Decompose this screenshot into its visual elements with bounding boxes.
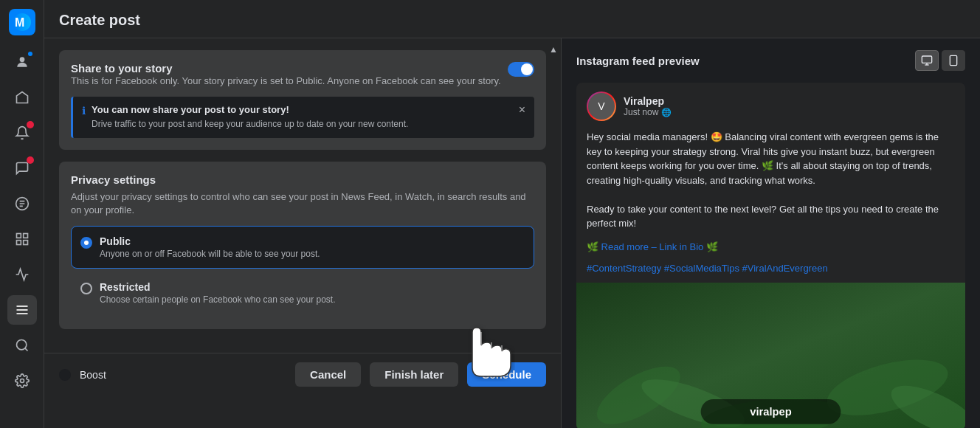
- info-banner-title: You can now share your post to your stor…: [92, 104, 513, 115]
- info-content: You can now share your post to your stor…: [92, 104, 513, 131]
- radio-restricted-label: Restricted: [100, 281, 336, 293]
- main-content: Create post ▲ Share to your story This i…: [44, 0, 980, 428]
- svg-rect-5: [23, 234, 27, 238]
- avatar: V: [587, 92, 616, 121]
- finish-later-button[interactable]: Finish later: [370, 362, 458, 387]
- svg-text:M: M: [15, 16, 24, 29]
- share-story-title-group: Share to your story This is for Facebook…: [71, 62, 501, 88]
- radio-public-content: Public Anyone on or off Facebook will be…: [100, 235, 320, 259]
- privacy-option-public[interactable]: Public Anyone on or off Facebook will be…: [71, 226, 534, 269]
- post-meta: Just now 🌐: [624, 107, 955, 117]
- caption-text-1: Hey social media managers! 🤩 Balancing v…: [587, 131, 939, 186]
- meta-logo[interactable]: M: [9, 9, 35, 35]
- privacy-option-restricted[interactable]: Restricted Choose certain people on Face…: [71, 272, 534, 314]
- sidebar-item-messages[interactable]: [7, 189, 37, 218]
- sidebar-item-content[interactable]: [7, 224, 37, 254]
- svg-point-13: [20, 379, 24, 383]
- info-icon: ℹ: [82, 105, 86, 117]
- hashtags: #ContentStrategy #SocialMediaTips #Viral…: [576, 263, 965, 283]
- post-user-info: Viralpep Just now 🌐: [624, 95, 955, 117]
- sidebar-item-home[interactable]: [7, 83, 37, 112]
- preview-header: Instagram feed preview: [576, 50, 965, 71]
- share-story-title: Share to your story: [71, 62, 501, 75]
- sidebar-item-menu[interactable]: [7, 295, 37, 325]
- share-to-story-section: Share to your story This is for Facebook…: [59, 50, 546, 150]
- post-username: Viralpep: [624, 95, 955, 107]
- radio-public-desc: Anyone on or off Facebook will be able t…: [100, 249, 320, 259]
- globe-icon: 🌐: [661, 108, 672, 117]
- caption-text-2: Ready to take your content to the next l…: [587, 204, 939, 229]
- radio-restricted-dot: [80, 283, 92, 294]
- content-split: ▲ Share to your story This is for Facebo…: [44, 38, 980, 428]
- sidebar-item-profile[interactable]: [7, 47, 37, 77]
- sidebar: M: [0, 0, 44, 428]
- svg-rect-17: [950, 55, 956, 65]
- scroll-up-arrow: ▲: [549, 44, 558, 55]
- privacy-settings-title: Privacy settings: [71, 173, 534, 186]
- sidebar-item-notifications[interactable]: [7, 118, 37, 148]
- svg-line-12: [24, 348, 27, 351]
- read-more-link[interactable]: 🌿 Read more – Link in Bio 🌿: [587, 241, 718, 252]
- share-story-header: Share to your story This is for Facebook…: [71, 62, 534, 88]
- svg-rect-6: [23, 241, 27, 245]
- boost-label: Boost: [80, 369, 286, 381]
- read-more-section: 🌿 Read more – Link in Bio 🌿: [576, 240, 965, 263]
- page-title: Create post: [59, 12, 965, 29]
- radio-public-dot: [80, 237, 92, 249]
- header: Create post: [44, 0, 980, 38]
- svg-rect-4: [16, 234, 21, 238]
- post-header: V Viralpep Just now 🌐: [576, 83, 965, 130]
- preview-toggles: [915, 50, 965, 71]
- radio-restricted-content: Restricted Choose certain people on Face…: [100, 281, 336, 305]
- sidebar-item-analytics[interactable]: [7, 260, 37, 289]
- svg-text:viralpep: viralpep: [750, 406, 792, 418]
- preview-title: Instagram feed preview: [576, 55, 700, 67]
- left-panel: ▲ Share to your story This is for Facebo…: [44, 38, 561, 428]
- info-banner-text: Drive traffic to your post and keep your…: [92, 118, 513, 131]
- post-image: viralpep: [576, 283, 965, 428]
- privacy-settings-section: Privacy settings Adjust your privacy set…: [59, 162, 546, 329]
- mobile-preview-button[interactable]: [942, 50, 965, 71]
- svg-point-11: [16, 340, 26, 350]
- svg-rect-14: [922, 56, 931, 63]
- toggle-knob: [521, 63, 533, 75]
- svg-point-2: [19, 57, 24, 62]
- boost-dot: [59, 369, 71, 381]
- radio-public-label: Public: [100, 235, 320, 247]
- privacy-settings-desc: Adjust your privacy settings to control …: [71, 190, 534, 217]
- radio-restricted-desc: Choose certain people on Facebook who ca…: [100, 294, 336, 305]
- share-story-desc: This is for Facebook only. Your story pr…: [71, 75, 501, 88]
- sidebar-item-search[interactable]: [7, 331, 37, 360]
- info-banner: ℹ You can now share your post to your st…: [71, 97, 534, 138]
- desktop-preview-button[interactable]: [915, 50, 939, 71]
- instagram-preview-card: V Viralpep Just now 🌐 Hey social media m…: [576, 83, 965, 428]
- svg-rect-7: [16, 241, 21, 245]
- cancel-button[interactable]: Cancel: [295, 362, 361, 387]
- avatar-image: V: [588, 93, 615, 120]
- sidebar-item-comments[interactable]: [7, 153, 37, 183]
- info-close-button[interactable]: ×: [519, 104, 525, 116]
- sidebar-item-settings[interactable]: [7, 366, 37, 396]
- post-image-svg: viralpep: [576, 283, 965, 428]
- schedule-button[interactable]: Schedule: [467, 362, 546, 387]
- share-story-toggle[interactable]: [508, 62, 534, 77]
- panel-inner: Share to your story This is for Facebook…: [44, 38, 561, 353]
- post-caption: Hey social media managers! 🤩 Balancing v…: [576, 130, 965, 240]
- post-time: Just now: [624, 107, 658, 117]
- right-panel: Instagram feed preview: [561, 38, 980, 428]
- bottom-bar: Boost Cancel Finish later Schedule: [44, 353, 561, 396]
